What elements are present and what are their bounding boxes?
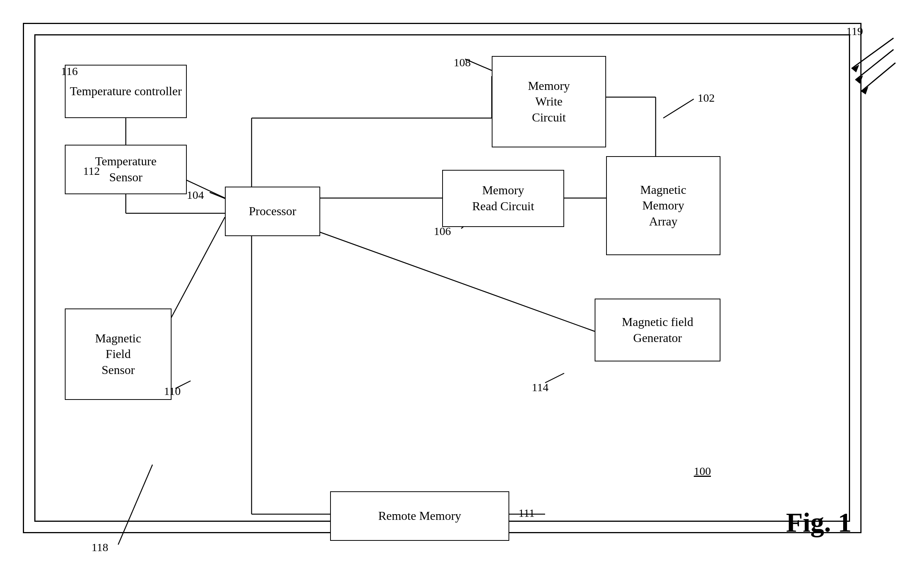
ref-114: 114 [532,381,549,394]
magnetic-field-sensor-label: MagneticFieldSensor [95,331,141,378]
ref-110: 110 [164,385,181,398]
memory-write-circuit-box: MemoryWriteCircuit [492,56,606,147]
remote-memory-box: Remote Memory [330,491,509,541]
magnetic-field-sensor-box: MagneticFieldSensor [65,308,172,400]
processor-label: Processor [249,203,296,219]
memory-write-circuit-label: MemoryWriteCircuit [528,78,570,126]
magnetic-memory-array-box: MagneticMemoryArray [606,156,720,255]
ref-102: 102 [698,91,715,104]
ref-111: 111 [518,507,535,519]
ref-116: 116 [61,65,78,78]
fig-label: Fig. 1 [786,507,852,539]
remote-memory-label: Remote Memory [378,508,461,524]
radiation-arrows-svg [840,27,901,95]
ref-118: 118 [91,541,108,554]
processor-box: Processor [225,187,320,236]
svg-line-26 [855,50,894,80]
memory-read-circuit-box: MemoryRead Circuit [442,170,564,227]
magnetic-memory-array-label: MagneticMemoryArray [640,182,687,230]
ref-104: 104 [187,189,204,201]
memory-read-circuit-label: MemoryRead Circuit [472,182,534,214]
ref-106: 106 [434,225,451,238]
temperature-controller-label: Temperature controller [70,83,182,99]
ref-112: 112 [83,165,100,177]
svg-line-28 [861,63,895,91]
temperature-controller-box: Temperature controller [65,65,187,118]
magnetic-field-generator-box: Magnetic fieldGenerator [595,299,720,361]
temperature-sensor-label: TemperatureSensor [95,153,156,185]
svg-line-24 [852,38,894,69]
ref-108: 108 [454,56,471,69]
magnetic-field-generator-label: Magnetic fieldGenerator [622,314,693,346]
ref-100: 100 [694,465,711,478]
